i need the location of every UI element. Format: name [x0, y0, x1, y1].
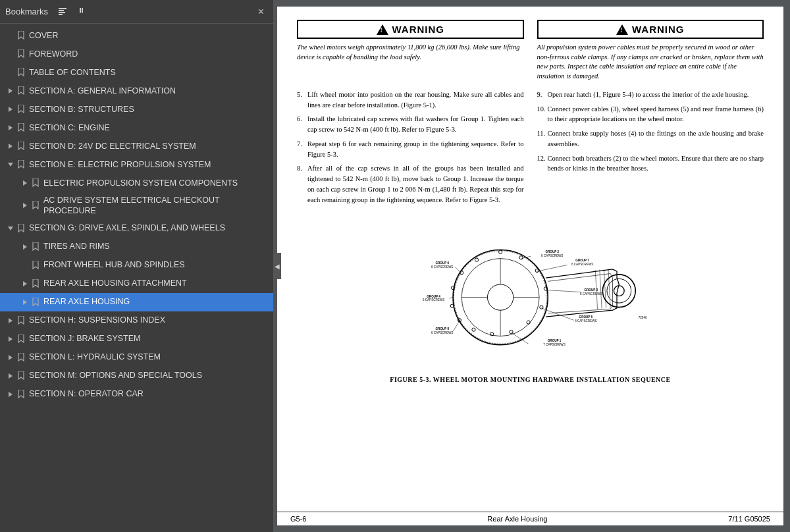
bookmark-label-section-d: SECTION D: 24V DC ELECTRICAL SYSTEM — [29, 141, 269, 151]
expand-arrow-ac-drive[interactable] — [20, 203, 30, 208]
svg-point-29 — [509, 331, 512, 334]
bookmark-item-toc[interactable]: TABLE OF CONTENTS — [0, 63, 273, 82]
expand-arrow-section-j[interactable] — [5, 336, 16, 342]
svg-text:GROUP 3: GROUP 3 — [584, 288, 598, 292]
svg-point-43 — [614, 286, 624, 296]
expand-arrow-rear-axle-attach[interactable] — [20, 281, 30, 286]
svg-text:6 CAPSCREWS: 6 CAPSCREWS — [422, 299, 444, 302]
warning-header-1: WARNING — [297, 20, 524, 39]
svg-marker-9 — [23, 180, 27, 186]
expand-collapse-button[interactable] — [55, 5, 70, 18]
bookmark-options-button[interactable] — [74, 5, 90, 18]
bookmark-label-section-n: SECTION N: OPERATOR CAR — [29, 388, 269, 399]
bookmark-item-section-m[interactable]: SECTION M: OPTIONS AND SPECIAL TOOLS — [0, 367, 273, 385]
bookmark-item-section-h[interactable]: SECTION H: SUSPENSIONS INDEX — [0, 311, 273, 330]
bookmark-item-section-j[interactable]: SECTION J: BRAKE SYSTEM — [0, 330, 273, 348]
bookmark-item-section-c[interactable]: SECTION C: ENGINE — [0, 119, 273, 137]
bookmark-flag-icon-section-d — [16, 142, 26, 151]
bookmark-label-section-g: SECTION G: DRIVE AXLE, SPINDLE, AND WHEE… — [29, 223, 269, 233]
expand-arrow-section-n[interactable] — [5, 392, 16, 397]
bookmark-flag-icon-electric-components — [30, 178, 41, 188]
svg-line-47 — [608, 269, 610, 308]
svg-text:6 CAPSCREWS: 6 CAPSCREWS — [431, 331, 453, 334]
bookmark-flag-icon-section-b — [16, 105, 26, 114]
warning-header-2: WARNING — [537, 20, 764, 39]
expand-arrow-electric-components[interactable] — [20, 180, 30, 186]
svg-marker-8 — [8, 163, 13, 167]
expand-arrow-section-m[interactable] — [5, 373, 16, 379]
bookmark-item-front-wheel[interactable]: FRONT WHEEL HUB AND SPINDLES — [0, 256, 273, 275]
bookmark-item-electric-components[interactable]: ELECTRIC PROPULSION SYSTEM COMPONENTS — [0, 174, 273, 192]
diagram-area: GROUP 2 6 CAPSCREWS GROUP 7 6 CAPSCREWS … — [297, 214, 764, 383]
bookmark-item-ac-drive[interactable]: AC DRIVE SYSTEM ELECTRICAL CHECKOUT PROC… — [0, 192, 273, 219]
bookmark-item-tires-rims[interactable]: TIRES AND RIMS — [0, 238, 273, 256]
bookmark-label-section-l: SECTION L: HYDRAULIC SYSTEM — [29, 352, 269, 362]
expand-arrow-rear-axle-housing[interactable] — [20, 300, 30, 305]
warnings-row: WARNING The wheel motors weigh approxima… — [297, 20, 764, 82]
warning-box-1: WARNING The wheel motors weigh approxima… — [297, 20, 524, 82]
bookmark-flag-icon-rear-axle-housing — [30, 298, 41, 307]
bookmark-item-section-a[interactable]: SECTION A: GENERAL INFORMATION — [0, 82, 273, 100]
svg-text:GROUP 7: GROUP 7 — [575, 259, 589, 262]
svg-text:72046: 72046 — [638, 317, 646, 320]
svg-line-69 — [449, 298, 452, 299]
bookmark-item-section-b[interactable]: SECTION B: STRUCTURES — [0, 100, 273, 119]
footer-document-id: 7/11 G05025 — [728, 515, 770, 523]
svg-point-22 — [487, 284, 513, 310]
bookmark-label-electric-components: ELECTRIC PROPULSION SYSTEM COMPONENTS — [43, 178, 269, 188]
expand-arrow-section-c[interactable] — [5, 125, 16, 130]
svg-marker-18 — [9, 373, 13, 379]
bookmark-item-section-l[interactable]: SECTION L: HYDRAULIC SYSTEM — [0, 348, 273, 367]
bookmark-item-cover[interactable]: COVER — [0, 26, 273, 45]
bookmark-item-section-d[interactable]: SECTION D: 24V DC ELECTRICAL SYSTEM — [0, 137, 273, 155]
expand-arrow-section-l[interactable] — [5, 355, 16, 360]
svg-marker-19 — [9, 392, 13, 397]
svg-line-45 — [599, 270, 601, 309]
wheel-motor-diagram: GROUP 2 6 CAPSCREWS GROUP 7 6 CAPSCREWS … — [406, 214, 656, 372]
bookmark-item-foreword[interactable]: FOREWORD — [0, 45, 273, 63]
bookmark-label-front-wheel: FRONT WHEEL HUB AND SPINDLES — [43, 259, 269, 270]
expand-arrow-section-d[interactable] — [5, 144, 16, 149]
svg-text:GROUP 6: GROUP 6 — [435, 261, 449, 265]
step-item: 12.Connect both breathers (2) to the whe… — [537, 153, 764, 174]
step-item: 8.After all of the cap screws in all of … — [297, 163, 524, 205]
svg-point-42 — [606, 279, 631, 304]
svg-line-72 — [455, 267, 461, 274]
svg-point-41 — [602, 275, 635, 307]
footer-page-number: G5-6 — [290, 515, 306, 523]
expand-arrow-tires-rims[interactable] — [20, 244, 30, 250]
svg-text:6 CAPSCREWS: 6 CAPSCREWS — [580, 292, 602, 296]
warning-title-2: WARNING — [632, 24, 685, 35]
bookmark-flag-icon-toc — [16, 68, 26, 77]
expand-arrow-section-e[interactable] — [5, 162, 16, 167]
expand-arrow-section-b[interactable] — [5, 107, 16, 112]
document-viewer: WARNING The wheel motors weigh approxima… — [273, 0, 790, 532]
svg-marker-16 — [9, 336, 13, 342]
svg-marker-14 — [23, 300, 27, 305]
bookmark-item-rear-axle-housing[interactable]: REAR AXLE HOUSING — [0, 293, 273, 311]
bookmark-item-rear-axle-attach[interactable]: REAR AXLE HOUSING ATTACHMENT — [0, 275, 273, 293]
warning-box-2: WARNING All propulsion system power cabl… — [537, 20, 764, 82]
bookmark-flag-icon-cover — [16, 31, 26, 40]
bookmark-item-section-n[interactable]: SECTION N: OPERATOR CAR — [0, 385, 273, 404]
bookmark-flag-icon-section-h — [16, 316, 26, 325]
svg-marker-11 — [8, 226, 13, 230]
bookmark-item-section-g[interactable]: SECTION G: DRIVE AXLE, SPINDLE, AND WHEE… — [0, 219, 273, 238]
expand-arrow-section-a[interactable] — [5, 88, 16, 93]
svg-marker-4 — [9, 88, 13, 93]
close-button[interactable]: × — [254, 5, 268, 19]
panel-collapse-handle[interactable]: ◀ — [273, 253, 281, 279]
svg-line-57 — [545, 290, 581, 292]
svg-point-25 — [535, 269, 539, 273]
bookmark-flag-icon-section-a — [16, 86, 26, 95]
diagram-caption: FIGURE 5-3. WHEEL MOTOR MOUNTING HARDWAR… — [297, 376, 764, 383]
svg-text:6 CAPSCREWS: 6 CAPSCREWS — [431, 265, 453, 269]
warning-title-1: WARNING — [392, 24, 445, 35]
bookmark-item-section-e[interactable]: SECTION E: ELECTRIC PROPULSION SYSTEM — [0, 155, 273, 174]
expand-arrow-section-h[interactable] — [5, 318, 16, 323]
expand-arrow-section-g[interactable] — [5, 226, 16, 231]
step-item: 6.Install the lubricated cap screws with… — [297, 114, 524, 135]
svg-text:GROUP 2: GROUP 2 — [545, 250, 559, 253]
warning-triangle-icon-2 — [616, 24, 628, 35]
bookmark-flag-icon-section-j — [16, 334, 26, 344]
